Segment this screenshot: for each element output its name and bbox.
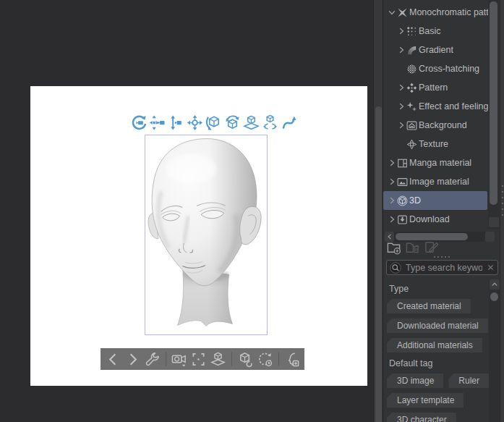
next-button[interactable] xyxy=(124,351,141,368)
reset-rotation-button[interactable] xyxy=(257,351,273,368)
tag-ruler[interactable]: Ruler xyxy=(448,374,489,388)
tree-item-label: 3D xyxy=(409,195,421,206)
manga-material-icon xyxy=(397,158,408,169)
tree-item-texture[interactable]: Texture xyxy=(383,135,489,153)
monochromatic-pattern-icon xyxy=(397,7,408,18)
3d-object-selection-box[interactable] xyxy=(145,135,268,335)
tag-downloaded-material[interactable]: Downloaded material xyxy=(387,318,488,333)
camera-angle-button[interactable] xyxy=(171,351,187,368)
object-rotate-axis-icon xyxy=(224,114,241,131)
tag-additional-materials[interactable]: Additional materials xyxy=(387,338,482,353)
new-folder-icon xyxy=(386,240,401,255)
tree-item-label: Effect and feeling xyxy=(419,101,488,111)
canvas-vertical-scrollbar[interactable] xyxy=(373,0,383,422)
delete-material-button xyxy=(405,240,420,255)
tag-row: Downloaded material xyxy=(387,318,500,333)
tag-filter-area: TypeCreated materialDownloaded materialA… xyxy=(383,278,500,422)
object-move-button[interactable] xyxy=(187,114,203,131)
tree-item-label: Monochromatic pattern xyxy=(409,7,489,17)
tree-scroll-right-button[interactable] xyxy=(485,232,495,242)
chevron-right-icon[interactable] xyxy=(397,27,406,35)
camera-rotate-button[interactable] xyxy=(130,114,147,131)
background-icon xyxy=(406,120,417,131)
tool-settings-button[interactable] xyxy=(144,351,161,368)
chevron-right-icon[interactable] xyxy=(397,102,406,111)
tree-item-manga-material[interactable]: Manga material xyxy=(383,153,489,172)
object-rotate-icon xyxy=(205,114,222,131)
chevron-right-icon[interactable] xyxy=(388,196,396,205)
tree-item-effect-and-feeling[interactable]: Effect and feeling xyxy=(383,97,489,116)
search-input[interactable] xyxy=(404,262,484,274)
new-folder-button[interactable] xyxy=(386,240,401,255)
object-rotate-plane-button[interactable] xyxy=(262,114,278,131)
material-folder-toolbar xyxy=(386,240,439,255)
tag-row: Created material xyxy=(387,299,500,313)
object-rotate-axis-button[interactable] xyxy=(224,114,241,131)
tag-scrollbar-thumb[interactable] xyxy=(490,292,498,301)
chevron-right-icon[interactable] xyxy=(388,215,396,224)
basic-icon xyxy=(406,26,417,37)
tree-item-monochromatic-pattern[interactable]: Monochromatic pattern xyxy=(383,3,489,22)
camera-pan-button[interactable] xyxy=(149,114,166,131)
tag-vertical-scrollbar[interactable] xyxy=(489,279,500,422)
camera-angle-icon xyxy=(171,351,187,368)
reset-default-button[interactable] xyxy=(281,114,297,131)
pattern-icon xyxy=(406,83,417,93)
tag-layer-template[interactable]: Layer template xyxy=(387,393,464,408)
prev-icon xyxy=(105,351,121,368)
tree-item-label: Texture xyxy=(419,139,448,149)
object-launcher-toolbar xyxy=(101,348,304,370)
tag-3d-character[interactable]: 3D character xyxy=(387,413,456,422)
chevron-up-icon xyxy=(491,281,498,288)
panel-resize-edge[interactable] xyxy=(500,0,504,422)
object-move-plane-icon xyxy=(243,114,260,131)
canvas-scrollbar-thumb[interactable] xyxy=(375,106,382,422)
chevron-right-icon[interactable] xyxy=(388,159,396,167)
tree-item-download[interactable]: Download xyxy=(383,210,489,229)
three-d-icon xyxy=(397,195,408,206)
clear-search-icon[interactable] xyxy=(487,263,495,271)
tree-item-label: Basic xyxy=(419,26,441,36)
object-rotate-button[interactable] xyxy=(205,114,222,131)
tree-scrollbar-thumb[interactable] xyxy=(490,1,497,205)
prev-button[interactable] xyxy=(105,351,121,368)
chevron-right-icon[interactable] xyxy=(397,121,406,130)
chevron-down-icon[interactable] xyxy=(388,8,396,17)
tree-item-pattern[interactable]: Pattern xyxy=(383,78,489,97)
tree-item-background[interactable]: Background xyxy=(383,116,489,135)
fit-to-view-button[interactable] xyxy=(190,351,207,368)
panel-splitter-handle[interactable] xyxy=(383,254,500,260)
tree-scroll-down-button[interactable] xyxy=(489,217,499,227)
tag-3d-image[interactable]: 3D image xyxy=(387,374,443,388)
tree-item-image-material[interactable]: Image material xyxy=(383,172,489,191)
object-material-button[interactable] xyxy=(237,351,254,368)
tree-item-basic[interactable]: Basic xyxy=(383,22,489,41)
camera-zoom-button[interactable] xyxy=(168,114,184,131)
tree-item-3d[interactable]: 3D xyxy=(383,191,487,210)
chevron-right-icon[interactable] xyxy=(397,83,406,92)
tag-row: 3D imageRuler xyxy=(387,374,500,388)
tree-item-label: Pattern xyxy=(419,83,448,93)
effect-and-feeling-icon xyxy=(406,101,417,112)
gradient-icon xyxy=(406,45,417,56)
object-manipulation-toolbar xyxy=(130,114,297,131)
tree-vertical-scrollbar[interactable] xyxy=(488,0,499,229)
tag-scroll-up-button[interactable] xyxy=(490,279,500,290)
object-move-plane-button[interactable] xyxy=(243,114,260,131)
ground-plane-button[interactable] xyxy=(210,351,226,368)
register-face-button[interactable] xyxy=(283,351,300,368)
tag-created-material[interactable]: Created material xyxy=(387,299,471,313)
search-icon xyxy=(390,262,401,274)
camera-zoom-icon xyxy=(168,114,184,131)
object-move-icon xyxy=(187,114,203,131)
chevron-right-icon[interactable] xyxy=(388,177,396,186)
tag-section-title-default-tag: Default tag xyxy=(389,358,500,368)
tree-item-gradient[interactable]: Gradient xyxy=(383,41,489,59)
camera-pan-icon xyxy=(149,114,166,131)
delete-material-icon xyxy=(405,240,420,255)
chevron-right-icon[interactable] xyxy=(397,46,406,54)
tree-item-cross-hatching[interactable]: Cross-hatching xyxy=(383,59,489,78)
image-material-icon xyxy=(397,177,408,187)
edit-material-button xyxy=(424,240,439,255)
tree-item-label: Image material xyxy=(409,177,469,187)
